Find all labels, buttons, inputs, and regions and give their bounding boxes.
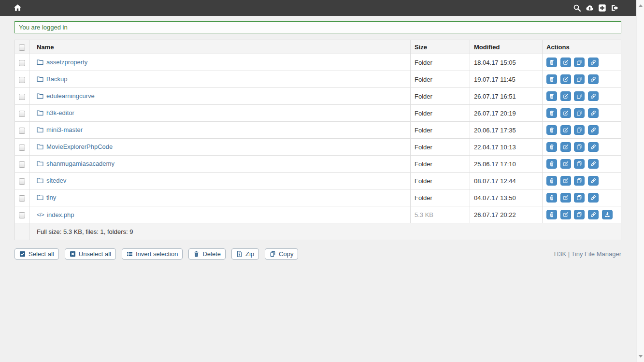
file-name: MovieExplorerPhpCode <box>46 143 113 150</box>
download-button[interactable] <box>602 210 613 219</box>
name-cell: </> MovieExplorerPhpCode <box>29 139 411 156</box>
rename-button[interactable] <box>560 125 571 135</box>
direct-link-button[interactable] <box>588 193 599 203</box>
row-checkbox[interactable] <box>19 212 25 218</box>
rename-button[interactable] <box>560 159 571 169</box>
file-link[interactable]: </> tiny <box>37 194 56 201</box>
select-all-checkbox[interactable] <box>19 44 25 51</box>
scroll-up-arrow-icon[interactable] <box>639 4 643 7</box>
file-link[interactable]: </> shanmugamiasacademy <box>37 160 114 167</box>
direct-link-button[interactable] <box>588 125 599 135</box>
name-cell: </> mini3-master <box>29 122 411 139</box>
copy-button[interactable] <box>574 159 585 169</box>
folder-icon <box>37 110 43 116</box>
table-row: </> Backup Folder 19.07.17 11:45 <box>15 71 621 88</box>
row-checkbox-cell <box>15 71 29 88</box>
copy-button[interactable] <box>574 193 585 203</box>
file-link[interactable]: </> MovieExplorerPhpCode <box>37 143 113 150</box>
rename-button[interactable] <box>560 210 571 219</box>
file-table-wrap: Name Size Modified Actions </> assetzpro… <box>14 40 621 240</box>
copy-button[interactable] <box>574 58 585 67</box>
rename-button[interactable] <box>560 58 571 67</box>
copy-button[interactable] <box>574 125 585 135</box>
direct-link-button[interactable] <box>588 159 599 169</box>
size-cell: Folder <box>411 71 470 88</box>
delete-button[interactable] <box>546 58 557 67</box>
file-link[interactable]: </> edulearningcurve <box>37 92 95 100</box>
delete-button[interactable] <box>546 210 557 219</box>
row-checkbox[interactable] <box>19 195 25 202</box>
delete-button[interactable] <box>546 193 557 203</box>
file-link[interactable]: </> Backup <box>37 75 67 83</box>
rename-button[interactable] <box>560 193 571 203</box>
direct-link-button[interactable] <box>588 176 599 186</box>
row-checkbox[interactable] <box>19 60 25 66</box>
copy-button[interactable] <box>574 210 585 219</box>
rename-button[interactable] <box>560 74 571 84</box>
direct-link-button[interactable] <box>588 210 599 219</box>
row-checkbox[interactable] <box>19 161 25 168</box>
folder-icon <box>37 144 43 150</box>
header-actions: Actions <box>543 40 621 54</box>
copy-button[interactable] <box>574 176 585 186</box>
table-row: </> tiny Folder 04.07.17 13:50 <box>15 189 621 206</box>
row-checkbox[interactable] <box>19 111 25 117</box>
app-credit-link[interactable]: H3K | Tiny File Manager <box>554 250 621 258</box>
delete-button[interactable] <box>546 74 557 84</box>
zip-button[interactable]: Zip <box>231 248 259 260</box>
home-icon[interactable] <box>14 4 22 12</box>
folder-icon <box>37 93 43 99</box>
list-icon <box>127 251 133 257</box>
edit-icon <box>563 93 569 99</box>
direct-link-button[interactable] <box>588 91 599 101</box>
row-checkbox[interactable] <box>19 145 25 151</box>
folder-icon <box>37 177 43 184</box>
file-name: tiny <box>46 194 56 201</box>
delete-button[interactable] <box>546 108 557 118</box>
delete-button[interactable] <box>546 159 557 169</box>
delete-label: Delete <box>202 250 221 258</box>
unselect-all-button[interactable]: Unselect all <box>65 248 116 260</box>
file-link[interactable]: </> mini3-master <box>37 126 83 133</box>
upload-icon[interactable] <box>586 4 594 12</box>
rename-button[interactable] <box>560 176 571 186</box>
copy-button[interactable]: Copy <box>265 248 298 260</box>
rename-button[interactable] <box>560 91 571 101</box>
row-checkbox-cell <box>15 139 29 156</box>
folder-icon <box>37 160 43 167</box>
scroll-down-arrow-icon[interactable] <box>639 355 643 358</box>
file-link[interactable]: </> sitedev <box>37 177 66 184</box>
row-checkbox[interactable] <box>19 178 25 185</box>
direct-link-button[interactable] <box>588 74 599 84</box>
copy-button[interactable] <box>574 142 585 152</box>
search-icon[interactable] <box>573 4 581 12</box>
copy-button[interactable] <box>574 91 585 101</box>
logout-icon[interactable] <box>611 4 619 12</box>
direct-link-button[interactable] <box>588 142 599 152</box>
page-scrollbar[interactable] <box>636 0 644 362</box>
delete-selected-button[interactable]: Delete <box>188 248 226 260</box>
select-all-label: Select all <box>29 250 54 258</box>
row-checkbox[interactable] <box>19 128 25 134</box>
row-checkbox[interactable] <box>19 77 25 83</box>
file-link[interactable]: </> h3k-editor <box>37 109 74 116</box>
file-link[interactable]: </> index.php <box>37 211 74 218</box>
direct-link-button[interactable] <box>588 58 599 67</box>
direct-link-button[interactable] <box>588 108 599 118</box>
delete-button[interactable] <box>546 176 557 186</box>
delete-button[interactable] <box>546 125 557 135</box>
row-checkbox[interactable] <box>19 94 25 100</box>
delete-button[interactable] <box>546 142 557 152</box>
select-all-button[interactable]: Select all <box>14 248 59 260</box>
new-item-icon[interactable] <box>598 4 606 12</box>
copy-button[interactable] <box>574 108 585 118</box>
edit-icon <box>563 195 569 201</box>
folder-icon <box>37 59 43 65</box>
name-cell: </> edulearningcurve <box>29 88 411 105</box>
invert-selection-button[interactable]: Invert selection <box>122 248 183 260</box>
delete-button[interactable] <box>546 91 557 101</box>
rename-button[interactable] <box>560 142 571 152</box>
copy-button[interactable] <box>574 74 585 84</box>
rename-button[interactable] <box>560 108 571 118</box>
file-link[interactable]: </> assetzproperty <box>37 58 87 66</box>
